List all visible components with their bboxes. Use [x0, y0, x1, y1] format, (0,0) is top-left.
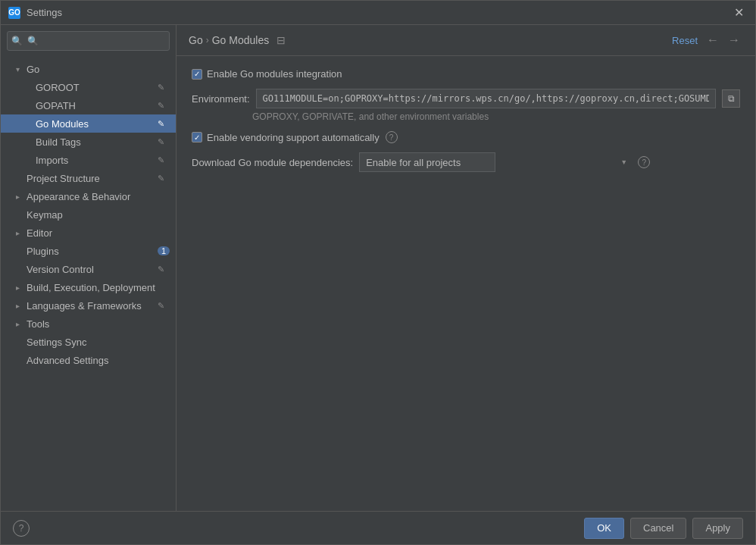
settings-window: GO Settings ✕ 🔍 ▾ Go GOROOT ✎: [0, 0, 756, 545]
sidebar-item-label: Languages & Frameworks: [27, 300, 155, 312]
search-icon: 🔍: [11, 36, 23, 46]
sidebar-item-label: GOROOT: [36, 82, 155, 93]
edit-icon: ✎: [158, 155, 170, 164]
sidebar-item-go[interactable]: ▾ Go: [1, 60, 176, 78]
sidebar-item-project-structure[interactable]: Project Structure ✎: [1, 169, 176, 187]
sidebar-item-label: Imports: [36, 155, 155, 166]
sidebar-item-label: Appearance & Behavior: [27, 191, 170, 202]
enable-vendoring-row: Enable vendoring support automatically ?: [192, 131, 740, 143]
sidebar-item-label: Build, Execution, Deployment: [27, 282, 170, 293]
copy-button[interactable]: ⧉: [722, 89, 740, 108]
title-bar: GO Settings ✕: [1, 1, 755, 25]
sidebar-item-editor[interactable]: ▸ Editor: [1, 224, 176, 242]
sidebar-item-label: Build Tags: [36, 136, 155, 148]
footer: ? OK Cancel Apply: [1, 511, 755, 544]
environment-hint: GOPROXY, GOPRIVATE, and other environmen…: [252, 111, 740, 122]
help-button[interactable]: ?: [13, 520, 30, 537]
edit-icon: ✎: [158, 265, 170, 274]
sidebar-item-label: Advanced Settings: [27, 355, 170, 366]
sidebar-item-label: Go: [27, 64, 170, 75]
sidebar-item-label: Plugins: [27, 246, 158, 257]
breadcrumb-root: Go: [189, 34, 203, 46]
breadcrumb-separator: ›: [206, 35, 209, 45]
chevron-down-icon: ▾: [16, 65, 27, 74]
ok-button[interactable]: OK: [584, 518, 624, 539]
download-row: Download Go module dependencies: Enable …: [192, 152, 740, 172]
pin-icon: ⊟: [276, 34, 289, 46]
panel-header: Go › Go Modules ⊟ Reset ← →: [177, 25, 755, 56]
chevron-right-icon: ▸: [16, 229, 27, 237]
sidebar-item-keymap[interactable]: Keymap: [1, 205, 176, 224]
environment-row: Environment: ⧉: [192, 89, 740, 108]
sidebar-item-build-execution[interactable]: ▸ Build, Execution, Deployment: [1, 278, 176, 296]
chevron-right-icon: ▸: [16, 283, 27, 292]
sidebar-list: ▾ Go GOROOT ✎ GOPATH ✎: [1, 57, 176, 511]
sidebar-item-label: Go Modules: [36, 118, 155, 130]
enable-modules-row: Enable Go modules integration: [192, 68, 740, 80]
sidebar-item-label: Version Control: [27, 264, 155, 275]
sidebar-item-version-control[interactable]: Version Control ✎: [1, 260, 176, 278]
vendoring-help-icon[interactable]: ?: [386, 131, 398, 143]
footer-buttons: OK Cancel Apply: [584, 518, 743, 539]
sidebar-item-settings-sync[interactable]: Settings Sync: [1, 333, 176, 351]
edit-icon: ✎: [158, 101, 170, 110]
search-input[interactable]: [7, 31, 170, 51]
edit-icon: ✎: [158, 137, 170, 146]
sidebar-item-plugins[interactable]: Plugins 1: [1, 242, 176, 260]
window-title: Settings: [27, 7, 729, 18]
enable-vendoring-checkbox-label[interactable]: Enable vendoring support automatically: [192, 132, 380, 143]
environment-label: Environment:: [192, 93, 250, 105]
close-button[interactable]: ✕: [729, 4, 748, 22]
sidebar-item-label: Editor: [27, 227, 170, 239]
right-panel: Go › Go Modules ⊟ Reset ← → Enable G: [177, 25, 755, 511]
cancel-button[interactable]: Cancel: [630, 518, 686, 539]
sidebar-item-advanced-settings[interactable]: Advanced Settings: [1, 351, 176, 369]
chevron-right-icon: ▸: [16, 320, 27, 328]
footer-left: ?: [13, 520, 30, 537]
download-select-wrap: Enable for all projects Enable for curre…: [359, 152, 632, 172]
edit-icon: ✎: [158, 174, 170, 183]
sidebar-item-label: Tools: [27, 318, 170, 330]
download-select[interactable]: Enable for all projects Enable for curre…: [359, 152, 495, 172]
environment-input[interactable]: [256, 89, 716, 108]
sidebar-item-build-tags[interactable]: Build Tags ✎: [1, 133, 176, 151]
forward-button[interactable]: →: [725, 31, 743, 49]
reset-button[interactable]: Reset: [669, 33, 701, 48]
apply-button[interactable]: Apply: [692, 518, 743, 539]
enable-modules-checkbox[interactable]: [192, 69, 202, 80]
panel-body: Enable Go modules integration Environmen…: [177, 56, 755, 511]
sidebar-item-label: GOPATH: [36, 100, 155, 111]
download-label: Download Go module dependencies:: [192, 157, 353, 168]
sidebar-item-imports[interactable]: Imports ✎: [1, 151, 176, 169]
enable-vendoring-checkbox[interactable]: [192, 132, 202, 143]
sidebar-item-gopath[interactable]: GOPATH ✎: [1, 96, 176, 114]
sidebar-item-go-modules[interactable]: Go Modules ✎: [1, 114, 176, 133]
sidebar-item-tools[interactable]: ▸ Tools: [1, 315, 176, 333]
search-box: 🔍: [7, 31, 170, 51]
chevron-right-icon: ▸: [16, 193, 27, 201]
edit-icon: ✎: [158, 301, 170, 310]
app-icon: GO: [8, 7, 20, 19]
download-help-icon[interactable]: ?: [638, 156, 650, 168]
sidebar-item-label: Keymap: [27, 209, 170, 221]
edit-icon: ✎: [158, 83, 170, 92]
breadcrumb-page: Go Modules: [212, 34, 269, 46]
enable-vendoring-label: Enable vendoring support automatically: [207, 132, 380, 143]
sidebar-item-appearance-behavior[interactable]: ▸ Appearance & Behavior: [1, 187, 176, 205]
enable-modules-checkbox-label[interactable]: Enable Go modules integration: [192, 68, 342, 80]
breadcrumb: Go › Go Modules ⊟: [189, 34, 669, 46]
main-content: 🔍 ▾ Go GOROOT ✎ GOPATH: [1, 25, 755, 511]
panel-nav: Reset ← →: [669, 31, 743, 49]
sidebar: 🔍 ▾ Go GOROOT ✎ GOPATH: [1, 25, 177, 511]
edit-icon: ✎: [158, 119, 170, 128]
sidebar-item-goroot[interactable]: GOROOT ✎: [1, 78, 176, 96]
sidebar-item-label: Settings Sync: [27, 337, 170, 348]
sidebar-item-label: Project Structure: [27, 173, 155, 184]
plugins-badge: 1: [158, 246, 170, 255]
sidebar-item-languages-frameworks[interactable]: ▸ Languages & Frameworks ✎: [1, 296, 176, 315]
enable-modules-label: Enable Go modules integration: [207, 68, 342, 80]
back-button[interactable]: ←: [704, 31, 722, 49]
chevron-right-icon: ▸: [16, 302, 27, 310]
